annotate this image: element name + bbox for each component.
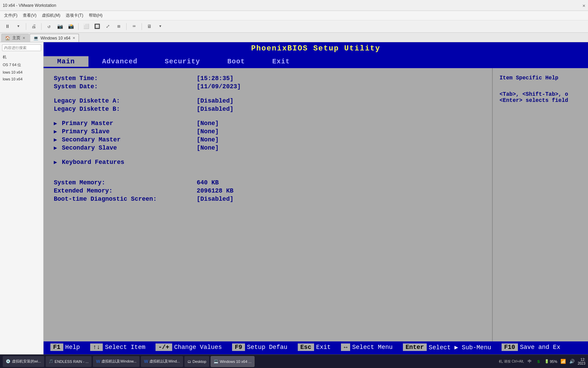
- bios-secondary-slave-row[interactable]: ▶ Secondary Slave [None]: [54, 144, 482, 151]
- sidebar-item-3[interactable]: lows 10 x64: [0, 76, 43, 82]
- bios-primary-slave-row[interactable]: ▶ Primary Slave [None]: [54, 128, 482, 135]
- toolbar: ⏸ ▼ 🖨 ↺ 📷 📸 ⬜ 🔲 ⤢ ⊞ ⌨ 🖥 ▼: [0, 20, 588, 33]
- tab-home-close[interactable]: ✕: [22, 36, 25, 40]
- bios-secondary-master-row[interactable]: ▶ Secondary Master [None]: [54, 136, 482, 143]
- bios-legacy-b-value[interactable]: [Disabled]: [197, 106, 233, 112]
- tab-vm-close[interactable]: ✕: [72, 36, 75, 40]
- sidebar-item-2[interactable]: lows 10 x64: [0, 69, 43, 76]
- sidebar: 机 OS 7 64 位 lows 10 x64 lows 10 x64: [0, 42, 44, 354]
- sidebar-item-0[interactable]: 机: [0, 53, 43, 61]
- bios-keyboard-row[interactable]: ▶ Keyboard Features: [54, 159, 482, 166]
- network-icon[interactable]: 📶: [560, 358, 566, 365]
- toolbar-fullscreen[interactable]: ⬜: [81, 22, 91, 31]
- search-input[interactable]: [2, 44, 41, 51]
- toolbar-pause[interactable]: ⏸: [3, 22, 12, 31]
- ime-icon[interactable]: 中: [527, 358, 533, 365]
- bios-boot-diag-row[interactable]: Boot-time Diagnostic Screen: [Disabled]: [54, 196, 482, 202]
- menubar: 文件(F) 查看(V) 虚拟机(M) 选项卡(T) 帮助(H): [0, 11, 588, 20]
- tab-home[interactable]: 🏠 主页 ✕: [1, 34, 29, 42]
- toolbar-stretch[interactable]: ⤢: [103, 22, 113, 31]
- taskbar-word1[interactable]: W 虚拟机以及Window...: [93, 356, 140, 367]
- bios-spacer-1: [54, 91, 482, 97]
- bios-nav-security[interactable]: Security: [151, 56, 214, 67]
- bios-nav-main[interactable]: Main: [44, 56, 88, 67]
- bios-nav-exit[interactable]: Exit: [259, 56, 304, 67]
- toolbar-snapshot2[interactable]: 📸: [66, 22, 76, 31]
- toolbar-display-down[interactable]: ▼: [156, 22, 165, 31]
- taskbar-music[interactable]: 🎵 ENDLESS RAIN - ...: [46, 356, 92, 367]
- menu-file[interactable]: 文件(F): [1, 11, 20, 20]
- arrow-icon: ▶: [54, 120, 57, 127]
- taskbar-vmware-label: Windows 10 x64 ...: [220, 359, 251, 364]
- toolbar-revert[interactable]: ↺: [44, 22, 54, 31]
- desc-f1: Help: [65, 344, 80, 351]
- toolbar-snapshot[interactable]: 📷: [55, 22, 65, 31]
- arrow-icon-3: ▶: [54, 136, 57, 143]
- bios-help-text1: <Tab>, <Shift-Tab>, o: [500, 91, 581, 97]
- bios-system-date-value[interactable]: [11/09/2023]: [197, 83, 241, 90]
- tab-vm-label: Windows 10 x64: [40, 36, 70, 41]
- bios-nav-boot[interactable]: Boot: [214, 56, 259, 67]
- key-esc: Esc: [298, 343, 314, 351]
- footer-arrows: ↑↓ Select Item: [90, 343, 145, 351]
- key-arrows: ↑↓: [90, 343, 103, 351]
- taskbar-vm-install-icon: 💿: [6, 359, 11, 364]
- menu-view[interactable]: 查看(V): [20, 11, 39, 20]
- titlebar: 10 x64 - VMware Workstation ✕: [0, 0, 588, 11]
- toolbar-send-keys[interactable]: ⌨: [129, 22, 139, 31]
- footer-f1: F1 Help: [50, 343, 80, 351]
- toolbar-display[interactable]: 🖥: [145, 22, 154, 31]
- key-f9: F9: [232, 343, 245, 351]
- bios-system-time-value[interactable]: [15:28:35]: [197, 75, 233, 82]
- bios-main-panel: System Time: [15:28:35] System Date: [11…: [44, 68, 493, 341]
- bios-keyboard-label: ▶ Keyboard Features: [54, 159, 197, 166]
- bios-boot-diag-label: Boot-time Diagnostic Screen:: [54, 196, 197, 202]
- taskbar-desktop[interactable]: 🗂 Desktop: [184, 356, 209, 367]
- menu-vm[interactable]: 虚拟机(M): [39, 11, 63, 20]
- footer-f9: F9 Setup Defau: [232, 343, 287, 351]
- desc-f10: Save and Ex: [520, 344, 560, 351]
- clock[interactable]: 12: 2023: [578, 358, 585, 365]
- footer-lr-arrows: ↔ Select Menu: [341, 343, 393, 351]
- bios-time-hour[interactable]: 15: [200, 75, 208, 82]
- battery-indicator: 🔋 95%: [544, 359, 557, 364]
- s-icon[interactable]: S: [536, 358, 542, 365]
- taskbar-vm-install-label: 虚拟机安装的wi...: [12, 359, 41, 364]
- bios-nav-advanced[interactable]: Advanced: [88, 56, 151, 67]
- arrow-icon-4: ▶: [54, 144, 57, 151]
- bios-primary-master-row[interactable]: ▶ Primary Master [None]: [54, 120, 482, 127]
- close-button[interactable]: ✕: [580, 0, 588, 11]
- home-icon: 🏠: [5, 36, 10, 41]
- bios-system-memory-row: System Memory: 640 KB: [54, 179, 482, 186]
- bios-legacy-a-value[interactable]: [Disabled]: [197, 97, 233, 104]
- toolbar-fit[interactable]: ⊞: [114, 22, 124, 31]
- taskbar-word2[interactable]: W 虚拟机以及Wind...: [141, 356, 183, 367]
- bios-system-time-label: System Time:: [54, 75, 197, 82]
- footer-enter: Enter Select ▶ Sub-Menu: [403, 343, 491, 351]
- taskbar-word1-icon: W: [96, 359, 100, 364]
- bios-primary-master-value: [None]: [197, 120, 219, 127]
- bios-extended-memory-label: Extended Memory:: [54, 187, 197, 194]
- taskbar-vmware-active[interactable]: 💻 Windows 10 x64 ...: [211, 356, 255, 367]
- sidebar-search-container: [0, 42, 43, 53]
- bios-help-title: Item Specific Help: [500, 75, 581, 81]
- bios-body: System Time: [15:28:35] System Date: [11…: [44, 68, 588, 341]
- taskbar: 💿 虚拟机安装的wi... 🎵 ENDLESS RAIN - ... W 虚拟机…: [0, 354, 588, 368]
- sidebar-item-1[interactable]: OS 7 64 位: [0, 61, 43, 69]
- menu-tab[interactable]: 选项卡(T): [63, 11, 86, 20]
- bios-boot-diag-value: [Disabled]: [197, 196, 233, 202]
- tab-home-label: 主页: [12, 35, 20, 41]
- key-f1: F1: [50, 343, 63, 351]
- toolbar-down-arrow[interactable]: ▼: [14, 22, 23, 31]
- menu-help[interactable]: 帮助(H): [86, 11, 105, 20]
- toolbar-fullscreen2[interactable]: 🔲: [92, 22, 102, 31]
- bios-screen: PhoenixBIOS Setup Utility Main Advanced …: [44, 42, 588, 354]
- desc-plusminus: Change Values: [174, 344, 222, 351]
- volume-icon[interactable]: 🔊: [569, 358, 575, 365]
- toolbar-print[interactable]: 🖨: [29, 22, 38, 31]
- bios-primary-slave-value: [None]: [197, 128, 219, 135]
- taskbar-vm-install[interactable]: 💿 虚拟机安装的wi...: [3, 356, 44, 367]
- bios-secondary-slave-label: ▶ Secondary Slave: [54, 144, 197, 151]
- tab-vm[interactable]: 💻 Windows 10 x64 ✕: [30, 34, 79, 42]
- bios-primary-slave-label: ▶ Primary Slave: [54, 128, 197, 135]
